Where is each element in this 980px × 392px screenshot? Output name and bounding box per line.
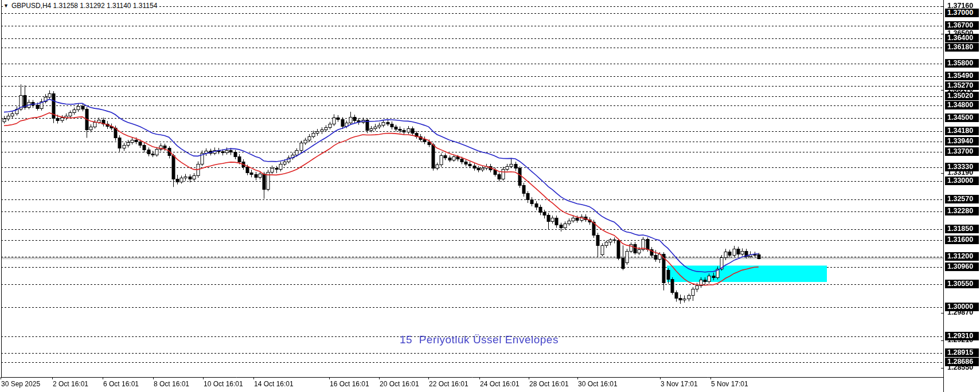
time-scale-label: 6 Oct 16:01 (103, 380, 139, 388)
price-level-label: 1.31600 (945, 236, 979, 244)
price-level-label: 1.36180 (945, 43, 979, 52)
price-level-label: 1.34180 (945, 127, 979, 135)
price-level-label: 1.30960 (945, 262, 979, 271)
chevron-down-icon[interactable]: ▼ (3, 3, 9, 9)
time-scale-label: 5 Nov 17:01 (711, 380, 748, 388)
price-level-label: 1.36700 (945, 21, 979, 30)
chart-window: ▼ GBPUSD,H4 1.31258 1.31292 1.31140 1.31… (0, 0, 980, 392)
price-level-label: 1.35800 (945, 59, 979, 68)
symbol-ohlc-readout: GBPUSD,H4 1.31258 1.31292 1.31140 1.3115… (11, 2, 157, 10)
price-level-label: 1.30550 (945, 280, 979, 288)
price-level-label: 1.36400 (945, 34, 979, 42)
price-level-label: 1.35490 (945, 72, 979, 80)
time-scale-label: 22 Oct 16:01 (429, 380, 468, 388)
price-level-label: 1.30000 (945, 303, 979, 311)
time-scale-label: 8 Oct 16:01 (154, 380, 189, 388)
time-scale-label: 16 Oct 16:01 (330, 380, 369, 388)
chart-title: ▼ GBPUSD,H4 1.31258 1.31292 1.31140 1.31… (3, 2, 159, 10)
price-level-label: 1.33940 (945, 137, 979, 146)
price-level-label: 1.32570 (945, 195, 979, 203)
time-scale-label: 2 Oct 16:01 (53, 380, 88, 388)
price-level-label: 1.37000 (945, 9, 979, 17)
indicator-name-label: 15 Periyotluk Üssel Envelopes (400, 334, 559, 346)
time-scale-label: 20 Oct 16:01 (380, 380, 419, 388)
price-level-label: 1.32280 (945, 207, 979, 215)
time-scale-label: 3 Nov 17:01 (661, 380, 698, 388)
price-level-label: 1.35270 (945, 81, 979, 90)
price-level-label: 1.35020 (945, 92, 979, 100)
price-level-label: 1.34800 (945, 101, 979, 109)
price-level-label: 1.28915 (945, 348, 979, 357)
price-level-label: 1.31200 (945, 252, 979, 261)
price-level-label: 1.33700 (945, 147, 979, 156)
time-scale-label: 10 Oct 16:01 (204, 380, 243, 388)
price-level-label: 1.28686 (945, 358, 979, 366)
time-scale-label: 30 Sep 2025 (1, 380, 40, 388)
price-level-label: 1.33330 (945, 163, 979, 171)
price-level-label: 1.31850 (945, 225, 979, 233)
price-level-label: 1.34500 (945, 113, 979, 122)
price-level-label: 1.33000 (945, 177, 979, 185)
time-scale-label: 28 Oct 16:01 (529, 380, 569, 388)
time-scale-label: 14 Oct 16:01 (254, 380, 294, 388)
price-level-label: 1.29310 (945, 332, 979, 340)
time-scale-label: 30 Oct 16:01 (578, 380, 618, 388)
time-scale-label: 24 Oct 16:01 (480, 380, 520, 388)
